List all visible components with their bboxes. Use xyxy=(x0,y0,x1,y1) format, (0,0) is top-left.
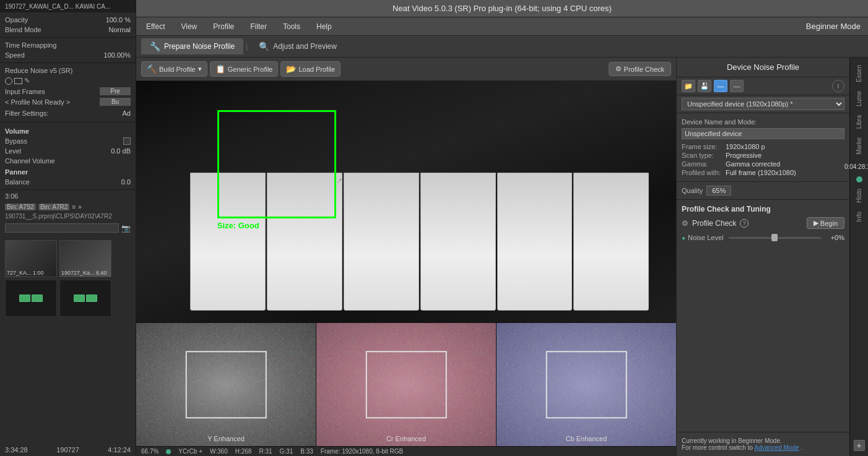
thumb-time-1: 727_KA... 1:00 xyxy=(7,270,44,276)
thumbnail-3[interactable] xyxy=(5,280,57,317)
selection-box[interactable] xyxy=(217,110,336,219)
camera-icon: 📷 xyxy=(121,224,131,233)
bottom-time-2: 190727 xyxy=(56,446,79,454)
noise-slider[interactable] xyxy=(729,237,821,239)
bin-row: Bin: A7S2 Bin: A7R2 ≡ » xyxy=(0,202,136,212)
bin-expand-icon[interactable]: » xyxy=(78,204,82,210)
speed-value: 100.00% xyxy=(104,51,131,59)
far-right-label-libra[interactable]: Libra xyxy=(856,113,862,131)
frame-size-key: Frame size: xyxy=(682,143,721,150)
device-name-input[interactable] xyxy=(682,128,844,139)
white-key-6 xyxy=(573,173,649,310)
bottom-time-3: 4:12:24 xyxy=(108,446,131,454)
circle-icon xyxy=(5,77,12,85)
noise-slider-handle[interactable] xyxy=(771,234,778,241)
level-value: 0.0 dB xyxy=(111,147,131,155)
active-icon-btn-1[interactable]: — xyxy=(714,80,727,92)
menu-tools[interactable]: Tools xyxy=(280,22,303,31)
zoom-level: 66.7% xyxy=(141,448,158,455)
menu-effect[interactable]: Effect xyxy=(144,22,167,31)
begin-label: Begin xyxy=(820,220,838,227)
tab-prepare[interactable]: 🔧 Prepare Noise Profile xyxy=(141,38,243,54)
begin-button[interactable]: ▶ Begin xyxy=(807,217,844,229)
advanced-mode-link[interactable]: Advanced Mode xyxy=(754,444,799,451)
generic-profile-icon: 📋 xyxy=(215,64,225,74)
resize-handle[interactable]: ↗ xyxy=(336,176,342,185)
info-grid: Frame size: 1920x1080 p Scan type: Progr… xyxy=(682,143,844,176)
path-row: 190731__S.prproj\CLIPS\DAY02\A7R2 xyxy=(0,212,136,222)
tab-adjust[interactable]: 🔍 Adjust and Preview xyxy=(250,38,345,54)
inactive-icon-btn-1[interactable]: — xyxy=(730,80,744,92)
far-right-label-marke[interactable]: Marke xyxy=(856,135,862,157)
bin-right: Bin: A7R2 xyxy=(38,204,69,210)
pen-icon: ✎ xyxy=(24,77,30,85)
menu-view[interactable]: View xyxy=(178,22,199,31)
profile-check-row-label: Profile Check xyxy=(692,219,736,228)
video-canvas: Size: Good ↗ xyxy=(136,81,676,322)
load-profile-button[interactable]: 📂 Load Profile xyxy=(280,61,341,77)
profile-check-help-icon[interactable]: ? xyxy=(740,219,749,228)
b-info: B:33 xyxy=(300,448,313,455)
menu-bar: Effect View Profile Filter Tools Help Be… xyxy=(136,17,868,36)
g-info: G:31 xyxy=(280,448,293,455)
r-info: R:31 xyxy=(259,448,272,455)
profile-build-input[interactable] xyxy=(100,98,131,106)
bin-menu-icon[interactable]: ≡ xyxy=(72,204,76,210)
bottom-thumbnails: Y Enhanced Cr Enhanced Cb Enhanced xyxy=(136,322,676,446)
gamma-key: Gamma: xyxy=(682,160,721,168)
time-bar: 3:06 xyxy=(0,190,136,202)
profiled-with-val: Full frame (1920x1080) xyxy=(726,169,844,176)
selection-label: Size: Good xyxy=(217,221,259,230)
far-right-label-histo[interactable]: Histo xyxy=(856,186,862,205)
toolbar-row: 🔨 Build Profile ▾ 📋 Generic Profile 📂 Lo… xyxy=(136,58,676,81)
thumbnail-2[interactable]: 190727_Ka... 6:40 xyxy=(59,240,111,277)
color-space-dot xyxy=(166,449,171,454)
profile-check-gear-icon: ⚙ xyxy=(682,219,688,228)
frame-info: Frame: 1920x1080, 8-bit RGB xyxy=(321,448,403,455)
profile-check-title: Profile Check and Tuning xyxy=(682,205,844,213)
balance-value: 0.0 xyxy=(121,178,131,186)
thumbnail-1[interactable]: 727_KA... 1:00 xyxy=(5,240,57,277)
far-right-label-lume[interactable]: Lume xyxy=(856,88,862,109)
tab-separator: | xyxy=(243,42,250,51)
blend-mode-value: Normal xyxy=(109,26,131,33)
generic-profile-button[interactable]: 📋 Generic Profile xyxy=(210,61,279,77)
save-icon-btn[interactable]: 💾 xyxy=(698,80,711,92)
menu-filter[interactable]: Filter xyxy=(248,22,269,31)
right-panel: Device Noise Profile 📁 💾 — — i Unspecifi… xyxy=(676,58,849,456)
profile-check-button[interactable]: ⚙ Profile Check xyxy=(609,62,671,76)
status-bar: 66.7% YCrCb + W:360 H:268 R:31 G:31 B:33… xyxy=(136,446,676,456)
plus-button[interactable]: + xyxy=(854,440,865,451)
piano-area: Size: Good ↗ xyxy=(136,81,676,322)
profile-not-ready-label: < Profile Not Ready > xyxy=(5,98,70,106)
far-right-time: 0:04:28:18 xyxy=(843,161,868,173)
menu-profile[interactable]: Profile xyxy=(210,22,237,31)
cb-enhanced-label: Cb Enhanced xyxy=(497,435,676,442)
device-name-label: Device Name and Mode: xyxy=(682,118,844,126)
profile-check-section: Profile Check and Tuning ⚙ Profile Check… xyxy=(677,200,849,246)
load-profile-icon: 📂 xyxy=(286,64,296,74)
build-profile-button[interactable]: 🔨 Build Profile ▾ xyxy=(141,61,207,77)
search-row: 📷 xyxy=(0,222,136,235)
info-icon-btn[interactable]: i xyxy=(832,80,844,92)
far-right-label-info[interactable]: Info xyxy=(856,209,862,225)
blend-mode-label: Blend Mode xyxy=(5,26,41,33)
thumbnail-4[interactable] xyxy=(59,280,111,317)
noise-level-value: +0% xyxy=(826,234,844,241)
folder-icon-btn[interactable]: 📁 xyxy=(682,80,695,92)
begin-arrow-icon: ▶ xyxy=(814,219,818,227)
height-info: H:268 xyxy=(235,448,252,455)
far-right-label-essen[interactable]: Essen xyxy=(856,62,862,85)
y-inner-rect xyxy=(186,351,267,418)
menu-help[interactable]: Help xyxy=(314,22,334,31)
opacity-value: 100.0 % xyxy=(106,16,131,24)
video-section: 🔨 Build Profile ▾ 📋 Generic Profile 📂 Lo… xyxy=(136,58,676,456)
device-select[interactable]: Unspecified device (1920x1080p) * xyxy=(682,98,844,110)
adjust-tab-icon: 🔍 xyxy=(259,41,269,51)
volume-title: Volume xyxy=(5,125,131,136)
search-input[interactable] xyxy=(5,223,119,233)
thumb-row-1: 727_KA... 1:00 190727_Ka... 6:40 xyxy=(5,240,131,277)
bypass-checkbox[interactable] xyxy=(123,137,131,145)
input-frames-input[interactable] xyxy=(100,87,131,95)
cb-inner-rect xyxy=(546,351,627,418)
